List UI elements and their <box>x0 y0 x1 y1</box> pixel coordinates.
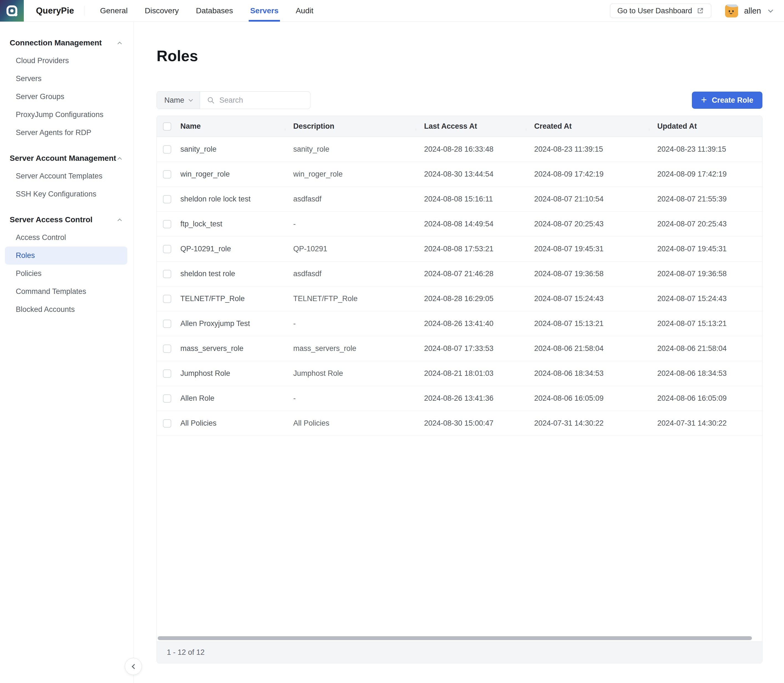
go-to-user-dashboard-button[interactable]: Go to User Dashboard <box>610 3 711 18</box>
sidebar-item-blocked-accounts[interactable]: Blocked Accounts <box>5 301 127 319</box>
column-header-description[interactable]: Description <box>285 122 416 131</box>
plus-icon: + <box>701 95 707 105</box>
updated-at: 2024-08-06 18:34:53 <box>649 369 762 378</box>
row-checkbox[interactable] <box>163 145 171 154</box>
last-access-at: 2024-08-08 15:16:11 <box>416 195 526 204</box>
chevron-up-icon <box>118 42 122 46</box>
role-description: win_roger_role <box>285 170 416 178</box>
pagination-range: 1 - 12 of 12 <box>167 648 205 657</box>
sidebar-item-command-templates[interactable]: Command Templates <box>5 282 127 301</box>
role-name: QP-10291_role <box>172 245 285 253</box>
sidebar-item-cloud-providers[interactable]: Cloud Providers <box>5 52 127 70</box>
role-description: Jumphost Role <box>285 369 416 378</box>
querypie-logo[interactable] <box>0 0 24 22</box>
sidebar-item-server-groups[interactable]: Server Groups <box>5 88 127 106</box>
sidebar-item-roles[interactable]: Roles <box>5 247 127 265</box>
table-row[interactable]: Allen Proxyjump Test - 2024-08-26 13:41:… <box>157 311 762 336</box>
role-description: - <box>285 220 416 228</box>
sidebar-item-server-agents-for-rdp[interactable]: Server Agents for RDP <box>5 124 127 142</box>
chevron-up-icon <box>118 157 122 161</box>
created-at: 2024-08-07 15:13:21 <box>526 319 649 328</box>
sidebar-section-header-server-account-management[interactable]: Server Account Management <box>0 149 133 167</box>
last-access-at: 2024-08-08 14:49:54 <box>416 220 526 228</box>
last-access-at: 2024-08-07 21:46:28 <box>416 269 526 278</box>
role-name: win_roger_role <box>172 170 285 178</box>
table-row[interactable]: Allen Role - 2024-08-26 13:41:36 2024-08… <box>157 386 762 411</box>
roles-table: Name Description Last Access At Created … <box>157 116 762 663</box>
role-description: - <box>285 319 416 328</box>
row-checkbox[interactable] <box>163 345 171 353</box>
row-checkbox[interactable] <box>163 195 171 204</box>
querypie-admin-screen: QueryPie General Discovery Databases Ser… <box>0 0 784 683</box>
table-row[interactable]: sanity_role sanity_role 2024-08-28 16:33… <box>157 137 762 162</box>
column-header-name[interactable]: Name <box>172 122 285 131</box>
user-menu[interactable]: allen <box>725 5 773 18</box>
table-row[interactable]: TELNET/FTP_Role TELNET/FTP_Role 2024-08-… <box>157 287 762 311</box>
last-access-at: 2024-08-30 15:00:47 <box>416 419 526 428</box>
sidebar-collapse-button[interactable] <box>125 658 142 675</box>
filter-field-dropdown[interactable]: Name <box>157 91 200 109</box>
table-row[interactable]: sheldon test role asdfasdf 2024-08-07 21… <box>157 261 762 287</box>
nav-tab-discovery[interactable]: Discovery <box>136 0 187 22</box>
role-name: All Policies <box>172 419 285 428</box>
table-row[interactable]: mass_servers_role mass_servers_role 2024… <box>157 336 762 361</box>
row-checkbox[interactable] <box>163 394 171 402</box>
sidebar-item-policies[interactable]: Policies <box>5 265 127 282</box>
sidebar-section-header-connection-management[interactable]: Connection Management <box>0 34 133 52</box>
row-checkbox[interactable] <box>163 245 171 253</box>
sidebar-section-server-access-control: Server Access Control Access Control Rol… <box>0 211 133 319</box>
role-name: Allen Proxyjump Test <box>172 319 285 328</box>
sidebar-section-header-server-access-control[interactable]: Server Access Control <box>0 211 133 229</box>
table-row[interactable]: All Policies All Policies 2024-08-30 15:… <box>157 411 762 436</box>
table-row[interactable]: ftp_lock_test - 2024-08-08 14:49:54 2024… <box>157 212 762 237</box>
sidebar-item-server-account-templates[interactable]: Server Account Templates <box>5 167 127 185</box>
row-checkbox[interactable] <box>163 419 171 428</box>
table-row[interactable]: sheldon role lock test asdfasdf 2024-08-… <box>157 187 762 212</box>
row-checkbox[interactable] <box>163 369 171 378</box>
sidebar-item-proxyjump-configurations[interactable]: ProxyJump Configurations <box>5 106 127 124</box>
role-description: mass_servers_role <box>285 344 416 353</box>
horizontal-scrollbar-thumb[interactable] <box>158 636 752 640</box>
filter-field-label: Name <box>164 96 184 104</box>
search-input[interactable] <box>219 96 310 104</box>
created-at: 2024-08-07 15:24:43 <box>526 295 649 303</box>
sidebar-item-access-control[interactable]: Access Control <box>5 229 127 247</box>
table-footer: 1 - 12 of 12 <box>157 641 762 663</box>
section-title: Connection Management <box>10 38 102 47</box>
nav-tab-servers[interactable]: Servers <box>242 0 287 22</box>
last-access-at: 2024-08-26 13:41:36 <box>416 394 526 402</box>
sidebar-item-servers[interactable]: Servers <box>5 70 127 88</box>
row-checkbox[interactable] <box>163 270 171 278</box>
table-row[interactable]: QP-10291_role QP-10291 2024-08-08 17:53:… <box>157 237 762 261</box>
nav-tab-audit[interactable]: Audit <box>287 0 322 22</box>
section-title: Server Account Management <box>10 154 116 163</box>
select-all-checkbox[interactable] <box>163 122 171 131</box>
role-description: sanity_role <box>285 145 416 154</box>
column-header-last-access-at[interactable]: Last Access At <box>416 122 526 131</box>
create-role-button[interactable]: + Create Role <box>692 91 762 109</box>
sidebar-item-ssh-key-configurations[interactable]: SSH Key Configurations <box>5 185 127 203</box>
created-at: 2024-08-07 20:25:43 <box>526 220 649 228</box>
row-checkbox[interactable] <box>163 220 171 228</box>
role-description: asdfasdf <box>285 269 416 278</box>
updated-at: 2024-08-06 16:05:09 <box>649 394 762 402</box>
updated-at: 2024-08-07 15:13:21 <box>649 319 762 328</box>
created-at: 2024-07-31 14:30:22 <box>526 419 649 428</box>
updated-at: 2024-07-31 14:30:22 <box>649 419 762 428</box>
role-name: sheldon role lock test <box>172 195 285 204</box>
row-checkbox[interactable] <box>163 170 171 178</box>
role-name: Allen Role <box>172 394 285 402</box>
search-box <box>200 91 310 109</box>
role-description: - <box>285 394 416 402</box>
column-header-updated-at[interactable]: Updated At <box>649 122 762 131</box>
created-at: 2024-08-07 21:10:54 <box>526 195 649 204</box>
table-row[interactable]: win_roger_role win_roger_role 2024-08-30… <box>157 162 762 187</box>
nav-tab-databases[interactable]: Databases <box>187 0 242 22</box>
table-empty-area <box>157 436 762 635</box>
nav-tab-general[interactable]: General <box>91 0 136 22</box>
row-checkbox[interactable] <box>163 295 171 303</box>
column-header-created-at[interactable]: Created At <box>526 122 649 131</box>
row-checkbox[interactable] <box>163 320 171 328</box>
table-row[interactable]: Jumphost Role Jumphost Role 2024-08-21 1… <box>157 361 762 386</box>
page-title: Roles <box>157 47 762 64</box>
